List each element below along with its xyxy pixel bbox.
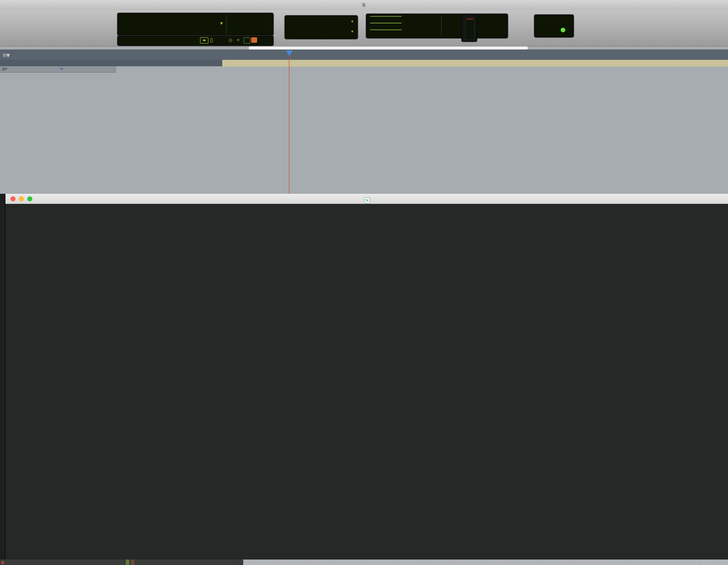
solo-clear-button[interactable] <box>244 37 250 44</box>
protools-edit-window: 🗎 ▼ ⇻ ▯ ◎ ✳ <box>0 0 728 194</box>
chevron-down-icon[interactable]: ▼ <box>351 20 354 23</box>
timeline-insertion-icon[interactable]: ⇻ <box>200 37 208 44</box>
reaper-window: ∿ <box>5 194 728 565</box>
divider <box>441 16 442 36</box>
track-view-icon[interactable]: ▥▾ <box>2 67 7 71</box>
protools-titlebar[interactable]: 🗎 <box>0 0 728 10</box>
cursor-display: ⇻ ▯ ◎ ✳ <box>117 35 274 46</box>
playhead-marker[interactable] <box>286 50 293 56</box>
ruler-menu-icon[interactable]: ≡▾ <box>3 51 10 59</box>
midi-merge-icon[interactable]: ✳ <box>236 37 240 43</box>
waveform-strip <box>243 560 728 565</box>
minimize-icon[interactable] <box>19 196 24 201</box>
fade-in-label[interactable] <box>370 29 402 30</box>
level-meter <box>461 14 477 42</box>
grid-nudge-display: ▼ ▼ <box>284 15 358 39</box>
desktop: { "protools": { "titlebar": { "title": "… <box>0 0 728 565</box>
close-icon[interactable] <box>10 196 16 201</box>
post-roll-label[interactable] <box>370 23 402 23</box>
preroll-display <box>366 13 508 39</box>
color-strip <box>131 560 134 565</box>
protools-track-area <box>0 72 728 194</box>
meter-slot <box>465 17 474 40</box>
track-list-header: ▥▾ ◔▾ <box>0 66 116 73</box>
pre-roll-label[interactable] <box>370 16 402 17</box>
clip-icon[interactable]: ▯ <box>210 37 213 43</box>
main-counter-display[interactable]: ▼ <box>117 13 274 36</box>
mute-clear-button[interactable] <box>251 37 257 43</box>
document-icon: 🗎 <box>361 2 367 8</box>
eucon-panel <box>534 14 574 38</box>
markers-ruler[interactable] <box>0 60 728 66</box>
protools-toolbar: ▼ ⇻ ▯ ◎ ✳ ▼ ▼ <box>0 10 728 47</box>
reaper-app-icon: ∿ <box>364 197 370 203</box>
chevron-down-icon[interactable]: ▼ <box>351 30 354 34</box>
metronome-icon[interactable]: ◎ <box>229 37 233 43</box>
reaper-body <box>5 204 728 565</box>
reaper-titlebar[interactable]: ∿ <box>5 194 728 204</box>
clock-icon[interactable]: ◔▾ <box>59 67 63 71</box>
protools-background-track-row: ◉ ▼ <box>0 560 728 565</box>
color-strip <box>126 560 129 565</box>
chevron-down-icon[interactable]: ▼ <box>219 21 224 26</box>
maximize-icon[interactable] <box>27 196 32 201</box>
playhead-line <box>289 51 289 194</box>
eucon-status-led <box>561 28 565 32</box>
chevron-down-icon[interactable]: ▼ <box>232 560 236 564</box>
markers-band[interactable] <box>222 60 728 67</box>
collapse-icon[interactable]: ◉ <box>1 560 5 565</box>
meter-clip-led <box>466 18 473 20</box>
divider <box>226 14 226 34</box>
timecode-ruler[interactable]: ≡▾ <box>0 49 728 60</box>
